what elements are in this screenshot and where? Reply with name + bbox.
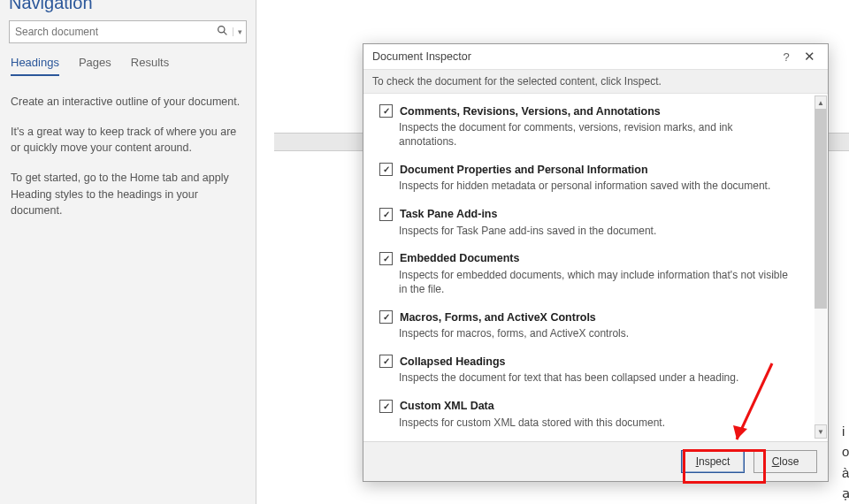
search-input[interactable] [10, 26, 211, 38]
inspector-item: ✓Comments, Revisions, Versions, and Anno… [363, 99, 814, 157]
inspector-item: ✓Document Properties and Personal Inform… [363, 157, 814, 202]
item-desc: Inspects for Task Pane add-ins saved in … [399, 224, 791, 238]
nav-hint-2: It's a great way to keep track of where … [11, 124, 245, 156]
document-inspector-dialog: Document Inspector ? ✕ To check the docu… [363, 43, 829, 482]
item-label: Embedded Documents [400, 252, 519, 264]
item-desc: Inspects the document for text that has … [399, 370, 791, 385]
nav-hint-1: Create an interactive outline of your do… [11, 94, 245, 110]
item-desc: Inspects for custom XML data stored with… [399, 416, 791, 430]
item-desc: Inspects for hidden metadata or personal… [399, 179, 791, 193]
help-button[interactable]: ? [775, 50, 798, 64]
inspector-item: ✓Custom XML Data Inspects for custom XML… [363, 394, 814, 439]
item-desc: Inspects for embedded documents, which m… [399, 268, 791, 296]
scroll-thumb[interactable] [815, 109, 827, 309]
scroll-down-icon[interactable]: ▼ [815, 424, 827, 439]
navigation-pane: Navigation ▾ Headings Pages Results Crea… [0, 0, 256, 504]
inspector-item: ✓Embedded Documents Inspects for embedde… [363, 247, 814, 305]
dialog-title: Document Inspector [372, 50, 471, 63]
dialog-body: ✓Comments, Revisions, Versions, and Anno… [363, 94, 828, 440]
item-label: Macros, Forms, and ActiveX Controls [400, 311, 596, 324]
item-label: Comments, Revisions, Versions, and Annot… [400, 105, 661, 118]
search-icon[interactable] [211, 25, 233, 39]
inspector-item: ✓Task Pane Add-ins Inspects for Task Pan… [363, 202, 814, 247]
scroll-up-icon[interactable]: ▲ [815, 95, 827, 110]
item-desc: Inspects the document for comments, vers… [399, 120, 791, 149]
inspector-item: ✓Macros, Forms, and ActiveX Controls Ins… [363, 305, 814, 349]
tab-results[interactable]: Results [131, 56, 169, 76]
checkbox[interactable]: ✓ [379, 310, 393, 324]
search-dropdown[interactable]: ▾ [233, 27, 246, 36]
nav-title: Navigation [9, 0, 247, 13]
item-label: Collapsed Headings [400, 355, 505, 368]
checkbox[interactable]: ✓ [379, 400, 393, 413]
nav-body: Create an interactive outline of your do… [11, 94, 245, 218]
svg-line-1 [224, 32, 226, 34]
checkbox[interactable]: ✓ [379, 252, 393, 265]
item-label: Document Properties and Personal Informa… [400, 164, 648, 176]
dialog-footer: Inspect Close [363, 441, 828, 481]
inspector-item: ✓Collapsed Headings Inspects the documen… [363, 349, 814, 393]
svg-point-0 [218, 27, 224, 33]
nav-hint-3: To get started, go to the Home tab and a… [11, 170, 245, 218]
checkbox[interactable]: ✓ [379, 104, 393, 118]
page-edge-text: i o à ạ [842, 421, 849, 503]
search-box[interactable]: ▾ [9, 20, 247, 43]
item-label: Custom XML Data [400, 400, 494, 412]
dialog-titlebar: Document Inspector ? ✕ [363, 44, 828, 69]
tab-pages[interactable]: Pages [79, 56, 111, 76]
inspect-button[interactable]: Inspect [681, 450, 745, 473]
dialog-subtitle: To check the document for the selected c… [363, 69, 828, 94]
scroll-track[interactable] [815, 109, 827, 425]
checkbox[interactable]: ✓ [379, 163, 393, 176]
checkbox[interactable]: ✓ [379, 208, 393, 221]
close-icon[interactable]: ✕ [798, 49, 821, 65]
item-label: Task Pane Add-ins [400, 208, 497, 220]
checkbox[interactable]: ✓ [379, 355, 393, 368]
tab-headings[interactable]: Headings [11, 56, 59, 76]
nav-tabs: Headings Pages Results [11, 56, 245, 76]
item-desc: Inspects for macros, forms, and ActiveX … [399, 326, 791, 340]
close-button[interactable]: Close [753, 450, 817, 473]
scrollbar[interactable]: ▲ ▼ [815, 95, 827, 439]
